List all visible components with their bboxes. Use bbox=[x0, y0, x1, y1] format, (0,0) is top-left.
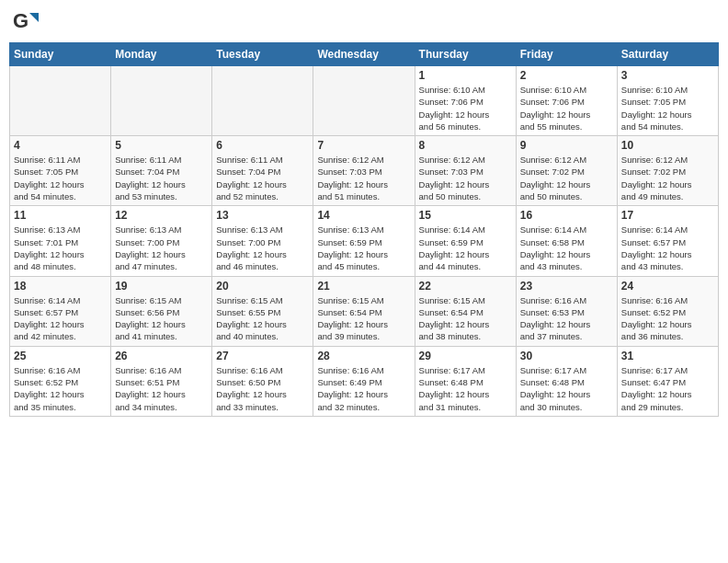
day-info: Sunrise: 6:15 AM Sunset: 6:54 PM Dayligh… bbox=[317, 294, 410, 343]
day-info: Sunrise: 6:17 AM Sunset: 6:48 PM Dayligh… bbox=[419, 364, 512, 413]
day-number: 20 bbox=[216, 280, 309, 293]
day-number: 14 bbox=[317, 209, 410, 222]
svg-marker-1 bbox=[29, 13, 39, 22]
calendar-day bbox=[212, 66, 313, 136]
calendar-header: SundayMondayTuesdayWednesdayThursdayFrid… bbox=[10, 43, 719, 66]
day-info: Sunrise: 6:16 AM Sunset: 6:53 PM Dayligh… bbox=[520, 294, 613, 343]
day-number: 8 bbox=[419, 139, 512, 152]
calendar-day: 15Sunrise: 6:14 AM Sunset: 6:59 PM Dayli… bbox=[415, 206, 516, 276]
day-info: Sunrise: 6:17 AM Sunset: 6:47 PM Dayligh… bbox=[621, 364, 714, 413]
day-number: 24 bbox=[621, 280, 714, 293]
day-number: 19 bbox=[115, 280, 208, 293]
day-info: Sunrise: 6:10 AM Sunset: 7:06 PM Dayligh… bbox=[419, 84, 512, 132]
calendar-day: 7Sunrise: 6:12 AM Sunset: 7:03 PM Daylig… bbox=[313, 136, 415, 206]
day-info: Sunrise: 6:14 AM Sunset: 6:59 PM Dayligh… bbox=[419, 224, 512, 272]
calendar-day: 29Sunrise: 6:17 AM Sunset: 6:48 PM Dayli… bbox=[415, 346, 516, 416]
day-number: 11 bbox=[14, 209, 107, 222]
day-info: Sunrise: 6:16 AM Sunset: 6:51 PM Dayligh… bbox=[115, 364, 208, 413]
day-info: Sunrise: 6:15 AM Sunset: 6:54 PM Dayligh… bbox=[419, 294, 512, 343]
calendar-day bbox=[313, 66, 415, 136]
weekday-row: SundayMondayTuesdayWednesdayThursdayFrid… bbox=[10, 43, 719, 66]
calendar-day: 12Sunrise: 6:13 AM Sunset: 7:00 PM Dayli… bbox=[111, 206, 212, 276]
calendar-week: 25Sunrise: 6:16 AM Sunset: 6:52 PM Dayli… bbox=[10, 346, 719, 416]
calendar-day: 4Sunrise: 6:11 AM Sunset: 7:05 PM Daylig… bbox=[10, 136, 111, 206]
calendar-day: 21Sunrise: 6:15 AM Sunset: 6:54 PM Dayli… bbox=[313, 276, 415, 346]
day-number: 29 bbox=[419, 350, 512, 362]
calendar-day bbox=[10, 66, 111, 136]
calendar-day: 30Sunrise: 6:17 AM Sunset: 6:48 PM Dayli… bbox=[516, 346, 617, 416]
day-info: Sunrise: 6:16 AM Sunset: 6:52 PM Dayligh… bbox=[14, 364, 107, 413]
day-number: 22 bbox=[419, 280, 512, 293]
weekday-header: Friday bbox=[516, 43, 617, 66]
weekday-header: Wednesday bbox=[313, 43, 415, 66]
day-info: Sunrise: 6:15 AM Sunset: 6:55 PM Dayligh… bbox=[216, 294, 309, 343]
calendar-day: 8Sunrise: 6:12 AM Sunset: 7:03 PM Daylig… bbox=[415, 136, 516, 206]
calendar-day: 26Sunrise: 6:16 AM Sunset: 6:51 PM Dayli… bbox=[111, 346, 212, 416]
calendar-day: 24Sunrise: 6:16 AM Sunset: 6:52 PM Dayli… bbox=[617, 276, 718, 346]
calendar-day: 9Sunrise: 6:12 AM Sunset: 7:02 PM Daylig… bbox=[516, 136, 617, 206]
day-info: Sunrise: 6:12 AM Sunset: 7:02 PM Dayligh… bbox=[621, 154, 714, 202]
weekday-header: Monday bbox=[111, 43, 212, 66]
calendar-day: 2Sunrise: 6:10 AM Sunset: 7:06 PM Daylig… bbox=[516, 66, 617, 136]
day-number: 16 bbox=[520, 209, 613, 222]
day-info: Sunrise: 6:13 AM Sunset: 7:00 PM Dayligh… bbox=[216, 224, 309, 272]
day-number: 3 bbox=[621, 69, 714, 82]
day-info: Sunrise: 6:12 AM Sunset: 7:02 PM Dayligh… bbox=[520, 154, 613, 202]
day-number: 18 bbox=[14, 280, 107, 293]
day-info: Sunrise: 6:13 AM Sunset: 7:00 PM Dayligh… bbox=[115, 224, 208, 272]
day-number: 27 bbox=[216, 350, 309, 362]
day-info: Sunrise: 6:13 AM Sunset: 6:59 PM Dayligh… bbox=[317, 224, 410, 272]
calendar-day: 31Sunrise: 6:17 AM Sunset: 6:47 PM Dayli… bbox=[617, 346, 718, 416]
day-info: Sunrise: 6:16 AM Sunset: 6:52 PM Dayligh… bbox=[621, 294, 714, 343]
calendar-day: 3Sunrise: 6:10 AM Sunset: 7:05 PM Daylig… bbox=[617, 66, 718, 136]
calendar-day: 20Sunrise: 6:15 AM Sunset: 6:55 PM Dayli… bbox=[212, 276, 313, 346]
calendar-day: 14Sunrise: 6:13 AM Sunset: 6:59 PM Dayli… bbox=[313, 206, 415, 276]
day-info: Sunrise: 6:11 AM Sunset: 7:04 PM Dayligh… bbox=[216, 154, 309, 202]
svg-text:G: G bbox=[13, 9, 28, 32]
calendar-body: 1Sunrise: 6:10 AM Sunset: 7:06 PM Daylig… bbox=[10, 66, 719, 417]
calendar-week: 1Sunrise: 6:10 AM Sunset: 7:06 PM Daylig… bbox=[10, 66, 719, 136]
weekday-header: Tuesday bbox=[212, 43, 313, 66]
day-number: 26 bbox=[115, 350, 208, 362]
weekday-header: Thursday bbox=[415, 43, 516, 66]
day-info: Sunrise: 6:16 AM Sunset: 6:49 PM Dayligh… bbox=[317, 364, 410, 413]
day-info: Sunrise: 6:12 AM Sunset: 7:03 PM Dayligh… bbox=[419, 154, 512, 202]
day-info: Sunrise: 6:13 AM Sunset: 7:01 PM Dayligh… bbox=[14, 224, 107, 272]
day-number: 13 bbox=[216, 209, 309, 222]
calendar-day: 23Sunrise: 6:16 AM Sunset: 6:53 PM Dayli… bbox=[516, 276, 617, 346]
day-info: Sunrise: 6:11 AM Sunset: 7:04 PM Dayligh… bbox=[115, 154, 208, 202]
day-number: 23 bbox=[520, 280, 613, 293]
day-info: Sunrise: 6:14 AM Sunset: 6:58 PM Dayligh… bbox=[520, 224, 613, 272]
day-number: 9 bbox=[520, 139, 613, 152]
day-number: 1 bbox=[419, 69, 512, 82]
calendar-day: 27Sunrise: 6:16 AM Sunset: 6:50 PM Dayli… bbox=[212, 346, 313, 416]
day-number: 4 bbox=[14, 139, 107, 152]
day-number: 28 bbox=[317, 350, 410, 362]
day-number: 25 bbox=[14, 350, 107, 362]
calendar-day: 1Sunrise: 6:10 AM Sunset: 7:06 PM Daylig… bbox=[415, 66, 516, 136]
calendar-day: 28Sunrise: 6:16 AM Sunset: 6:49 PM Dayli… bbox=[313, 346, 415, 416]
day-number: 31 bbox=[621, 350, 714, 362]
day-info: Sunrise: 6:12 AM Sunset: 7:03 PM Dayligh… bbox=[317, 154, 410, 202]
day-number: 5 bbox=[115, 139, 208, 152]
logo[interactable]: G bbox=[13, 9, 42, 35]
day-number: 15 bbox=[419, 209, 512, 222]
calendar-day: 22Sunrise: 6:15 AM Sunset: 6:54 PM Dayli… bbox=[415, 276, 516, 346]
day-number: 6 bbox=[216, 139, 309, 152]
day-number: 7 bbox=[317, 139, 410, 152]
calendar-week: 11Sunrise: 6:13 AM Sunset: 7:01 PM Dayli… bbox=[10, 206, 719, 276]
day-number: 10 bbox=[621, 139, 714, 152]
weekday-header: Sunday bbox=[10, 43, 111, 66]
day-number: 2 bbox=[520, 69, 613, 82]
calendar-week: 4Sunrise: 6:11 AM Sunset: 7:05 PM Daylig… bbox=[10, 136, 719, 206]
calendar-day: 17Sunrise: 6:14 AM Sunset: 6:57 PM Dayli… bbox=[617, 206, 718, 276]
calendar-day bbox=[111, 66, 212, 136]
day-info: Sunrise: 6:16 AM Sunset: 6:50 PM Dayligh… bbox=[216, 364, 309, 413]
weekday-header: Saturday bbox=[617, 43, 718, 66]
day-info: Sunrise: 6:15 AM Sunset: 6:56 PM Dayligh… bbox=[115, 294, 208, 343]
calendar-week: 18Sunrise: 6:14 AM Sunset: 6:57 PM Dayli… bbox=[10, 276, 719, 346]
day-info: Sunrise: 6:14 AM Sunset: 6:57 PM Dayligh… bbox=[14, 294, 107, 343]
day-info: Sunrise: 6:17 AM Sunset: 6:48 PM Dayligh… bbox=[520, 364, 613, 413]
day-number: 21 bbox=[317, 280, 410, 293]
calendar-day: 19Sunrise: 6:15 AM Sunset: 6:56 PM Dayli… bbox=[111, 276, 212, 346]
